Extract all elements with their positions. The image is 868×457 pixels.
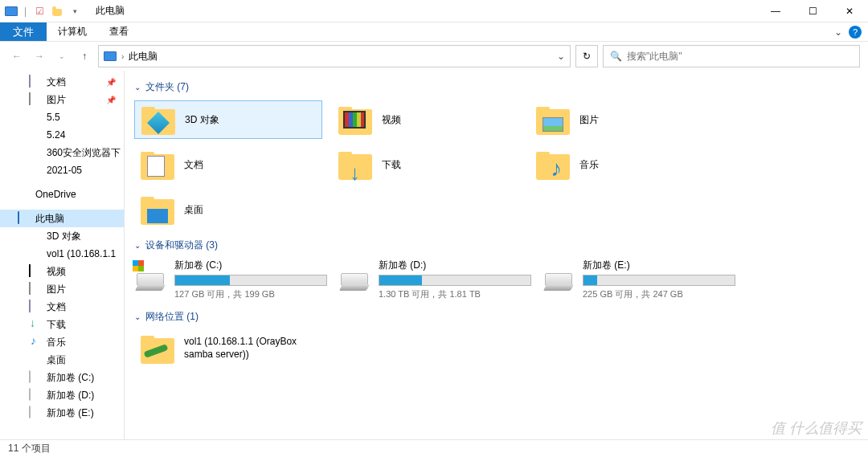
tree-item[interactable]: 下载 xyxy=(0,316,124,333)
title-bar: | ☑ ▾ 此电脑 — ☐ ✕ xyxy=(0,0,868,22)
folder-icon xyxy=(141,103,175,137)
folder-tile[interactable]: 文档 xyxy=(134,145,322,184)
address-bar[interactable]: › 此电脑 ⌄ xyxy=(98,45,571,67)
desk-icon xyxy=(29,353,42,366)
maximize-button[interactable]: ☐ xyxy=(794,0,831,22)
tree-item[interactable]: OneDrive xyxy=(0,186,124,203)
folder-label: 音乐 xyxy=(579,158,599,172)
qat-properties-icon[interactable]: ☑ xyxy=(33,5,46,18)
address-dropdown-icon[interactable]: ⌄ xyxy=(557,51,565,62)
onedrive-icon xyxy=(18,188,31,201)
drive-icon xyxy=(134,259,166,291)
folder-tile[interactable]: ♪音乐 xyxy=(530,145,718,184)
tree-item[interactable]: 视频 xyxy=(0,263,124,280)
tree-item[interactable]: 文档📌 xyxy=(0,73,124,91)
window-title: 此电脑 xyxy=(96,4,125,18)
tree-item-label: 此电脑 xyxy=(35,212,64,226)
navigation-tree[interactable]: 文档📌图片📌5.55.24360安全浏览器下2021-05OneDrive此电脑… xyxy=(0,71,125,439)
tab-computer[interactable]: 计算机 xyxy=(47,22,98,41)
music-icon xyxy=(29,336,42,349)
tree-item[interactable]: 新加卷 (C:) xyxy=(0,369,124,386)
folder-label: 3D 对象 xyxy=(185,113,219,127)
up-button[interactable]: ↑ xyxy=(76,47,93,65)
forward-button[interactable]: → xyxy=(31,47,48,65)
pc-icon xyxy=(104,51,117,61)
group-header-folders[interactable]: ⌄ 文件夹 (7) xyxy=(134,80,868,94)
recent-dropdown[interactable]: ⌄ xyxy=(53,47,71,65)
folder-label: 视频 xyxy=(382,113,401,127)
folder-icon xyxy=(141,148,174,182)
tree-item-label: 桌面 xyxy=(47,353,66,367)
group-header-drives[interactable]: ⌄ 设备和驱动器 (3) xyxy=(134,239,868,252)
drive-info: 225 GB 可用，共 247 GB xyxy=(583,288,735,300)
drive-tile[interactable]: 新加卷 (C:)127 GB 可用，共 199 GB xyxy=(134,259,327,300)
folder-icon: ↓ xyxy=(338,148,372,182)
search-box[interactable]: 🔍 xyxy=(603,45,860,67)
navigation-bar: ← → ⌄ ↑ › 此电脑 ⌄ ↻ 🔍 xyxy=(0,42,868,71)
disk-icon xyxy=(29,389,42,402)
group-header-network[interactable]: ⌄ 网络位置 (1) xyxy=(134,310,868,324)
breadcrumb-root[interactable]: 此电脑 xyxy=(129,50,158,63)
tree-item[interactable]: 5.5 xyxy=(0,108,124,126)
drive-name: 新加卷 (D:) xyxy=(379,259,531,272)
folder-tile[interactable]: ↓下载 xyxy=(332,145,520,184)
file-tab[interactable]: 文件 xyxy=(0,22,47,41)
ribbon-expand-icon[interactable]: ⌄ xyxy=(834,27,842,38)
close-button[interactable]: ✕ xyxy=(831,0,868,22)
tree-item-label: 新加卷 (D:) xyxy=(47,389,94,402)
tree-item[interactable]: 音乐 xyxy=(0,333,124,351)
content-pane[interactable]: ⌄ 文件夹 (7) 3D 对象视频图片文档↓下载♪音乐桌面 ⌄ 设备和驱动器 (… xyxy=(125,71,868,439)
folder-icon xyxy=(29,146,42,159)
refresh-button[interactable]: ↻ xyxy=(575,45,598,67)
drive-tile[interactable]: 新加卷 (E:)225 GB 可用，共 247 GB xyxy=(542,259,735,300)
tree-item[interactable]: 新加卷 (D:) xyxy=(0,386,124,404)
tree-item[interactable]: 2021-05 xyxy=(0,161,124,179)
tree-item-label: 文档 xyxy=(47,300,66,314)
folder-label: 下载 xyxy=(382,158,401,172)
qat-dropdown-icon[interactable]: ▾ xyxy=(68,5,81,18)
tree-item[interactable]: 文档 xyxy=(0,298,124,316)
tab-view[interactable]: 查看 xyxy=(98,22,140,41)
drive-usage-bar xyxy=(379,275,531,286)
disk-icon xyxy=(29,406,42,419)
network-location-tile[interactable]: vol1 (10.168.1.1 (OrayBox samba server)) xyxy=(134,330,322,367)
breadcrumb-chevron-icon[interactable]: › xyxy=(121,52,124,61)
drive-info: 127 GB 可用，共 199 GB xyxy=(174,288,327,300)
folder-icon xyxy=(141,193,174,226)
tree-item-label: 2021-05 xyxy=(47,165,82,176)
minimize-button[interactable]: — xyxy=(757,0,794,22)
tree-item-label: 下载 xyxy=(47,318,66,332)
tree-item[interactable]: 图片📌 xyxy=(0,91,124,108)
folder-tile[interactable]: 图片 xyxy=(530,100,718,139)
tree-item[interactable]: 桌面 xyxy=(0,351,124,369)
group-label: 设备和驱动器 (3) xyxy=(145,239,218,252)
tree-item[interactable]: vol1 (10.168.1.1 xyxy=(0,245,124,263)
tree-item[interactable]: 新加卷 (E:) xyxy=(0,404,124,422)
group-label: 网络位置 (1) xyxy=(145,310,199,324)
network-folder-icon xyxy=(141,332,174,365)
drive-icon xyxy=(542,259,575,291)
pin-icon: 📌 xyxy=(106,96,116,104)
tree-item[interactable]: 图片 xyxy=(0,280,124,298)
folders-grid: 3D 对象视频图片文档↓下载♪音乐桌面 xyxy=(134,100,868,229)
back-button[interactable]: ← xyxy=(8,47,26,65)
chevron-down-icon: ⌄ xyxy=(134,83,141,92)
folder-tile[interactable]: 视频 xyxy=(332,100,520,139)
search-input[interactable] xyxy=(627,51,853,62)
folder-label: 桌面 xyxy=(184,203,203,217)
folder-tile[interactable]: 3D 对象 xyxy=(134,100,322,139)
help-icon[interactable]: ? xyxy=(849,26,862,39)
folder-label: 图片 xyxy=(579,113,599,127)
folder-tile[interactable]: 桌面 xyxy=(134,190,322,229)
video-icon xyxy=(29,265,42,278)
folder-icon xyxy=(536,103,570,137)
pin-icon: 📌 xyxy=(106,78,116,87)
network-grid: vol1 (10.168.1.1 (OrayBox samba server)) xyxy=(134,330,868,367)
drive-tile[interactable]: 新加卷 (D:)1.30 TB 可用，共 1.81 TB xyxy=(338,259,531,300)
tree-item[interactable]: 3D 对象 xyxy=(0,227,124,245)
tree-item[interactable]: 此电脑 xyxy=(0,210,124,227)
drives-grid: 新加卷 (C:)127 GB 可用，共 199 GB新加卷 (D:)1.30 T… xyxy=(134,259,868,300)
qat-new-folder-icon[interactable] xyxy=(51,5,63,18)
tree-item[interactable]: 5.24 xyxy=(0,126,124,144)
tree-item[interactable]: 360安全浏览器下 xyxy=(0,144,124,161)
